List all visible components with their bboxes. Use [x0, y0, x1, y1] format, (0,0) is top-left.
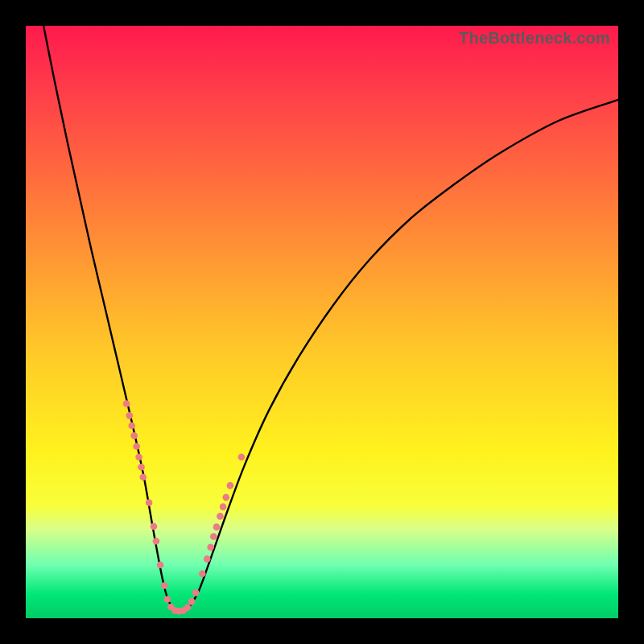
chart-svg [26, 26, 618, 618]
data-dot [188, 598, 196, 605]
chart-frame: TheBottleneck.com [0, 0, 644, 644]
data-dot [123, 400, 130, 407]
data-dot [204, 555, 211, 563]
data-dot [133, 443, 140, 450]
data-dot [130, 432, 138, 440]
data-dot [126, 412, 134, 419]
data-dot [146, 499, 153, 506]
data-dot [210, 533, 217, 540]
data-dot [192, 589, 200, 597]
bottleneck-curve [43, 26, 618, 613]
data-dot [213, 523, 221, 530]
data-dot [220, 503, 227, 510]
data-dot [153, 538, 160, 545]
data-dot [138, 464, 145, 471]
data-dot [135, 454, 142, 461]
data-dot [164, 596, 171, 603]
data-dot [157, 561, 164, 568]
data-dot [199, 571, 206, 578]
data-dot [161, 582, 168, 589]
plot-area: TheBottleneck.com [26, 26, 618, 618]
data-dot [207, 543, 214, 551]
data-dot [217, 513, 224, 520]
data-dot [128, 423, 135, 430]
data-dot [139, 474, 147, 481]
data-dot [184, 604, 192, 611]
data-dot [227, 482, 234, 489]
data-dot [222, 494, 229, 502]
data-dots-group [123, 400, 245, 614]
data-dot [151, 523, 158, 530]
data-dot [238, 454, 246, 461]
